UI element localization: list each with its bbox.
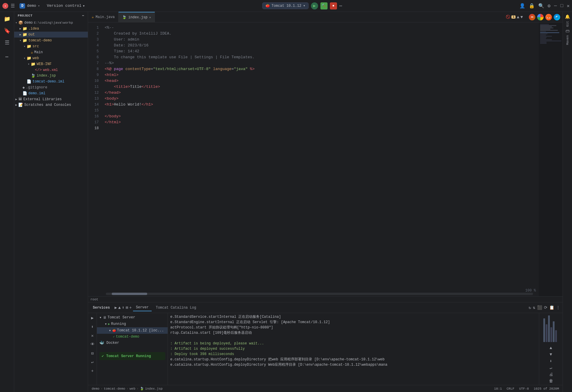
- tree-item-scratches[interactable]: ▶ 📝 Scratches and Consoles: [14, 102, 88, 108]
- notifications-icon[interactable]: 🔔: [565, 14, 570, 19]
- warning-arrow-down[interactable]: ▼: [521, 15, 523, 20]
- bar-2: [546, 324, 547, 342]
- scroll-down-icon[interactable]: ▼: [550, 352, 552, 357]
- tab-main-java[interactable]: ☕ Main.java: [88, 12, 119, 22]
- toolbar-wrap-btn[interactable]: ↩: [89, 359, 96, 366]
- project-tree-icon[interactable]: 📁: [2, 14, 12, 24]
- scroll-to-end-icon[interactable]: ⬇: [550, 359, 552, 364]
- vcs-right-icon[interactable]: Git: [566, 21, 569, 27]
- search-icon[interactable]: 🔍: [538, 3, 544, 9]
- project-name[interactable]: demo: [27, 4, 36, 8]
- tree-item-gitignore[interactable]: ▶ ◆ .gitignore: [14, 85, 88, 90]
- idea-browser-icon[interactable]: IE: [529, 14, 535, 20]
- panel-add-icon[interactable]: +: [129, 305, 132, 310]
- database-icon[interactable]: 🗃: [565, 29, 570, 33]
- service-tomcat-demo[interactable]: ✓ tomcat-demo: [97, 334, 168, 340]
- breadcrumb-tomcat-demo[interactable]: tomcat-demo: [104, 387, 125, 391]
- more-tools-icon[interactable]: ⋯: [2, 52, 12, 61]
- horizontal-scrollbar[interactable]: [106, 293, 533, 295]
- print-icon[interactable]: 🖨: [549, 372, 553, 377]
- panel-tab-server[interactable]: Server: [133, 304, 152, 311]
- tree-item-web[interactable]: ▾ 📁 web: [14, 55, 88, 61]
- panel-deploy-stop-icon[interactable]: ⬛: [537, 305, 542, 310]
- service-running[interactable]: ▾ ▶ Running: [97, 321, 168, 327]
- breadcrumb-file[interactable]: 🍃 index.jsp: [140, 387, 163, 391]
- tree-item-index-jsp[interactable]: ▶ 🍃 index.jsp: [14, 73, 88, 79]
- firefox-browser-icon[interactable]: 🦊: [545, 14, 552, 20]
- panel-sync-icon[interactable]: ⇅: [533, 305, 535, 310]
- soft-wrap-icon[interactable]: ↵: [550, 365, 552, 370]
- toolbar-collapse-btn[interactable]: ⬆: [89, 323, 96, 330]
- sidebar-title: Project: [18, 14, 33, 17]
- clear-icon[interactable]: 🗑: [549, 379, 553, 383]
- tree-item-tomcat-iml[interactable]: ▶ 📄 tomcat-demo.iml: [14, 79, 88, 85]
- tree-label-gitignore: .gitignore: [26, 85, 47, 90]
- tree-item-demo-iml[interactable]: ▶ 📄 demo.iml: [14, 90, 88, 96]
- toolbar-filter-btn[interactable]: ⊟: [89, 350, 96, 357]
- service-tomcat-version[interactable]: ▾ 🍅 Tomcat 10.1.12 [loc...: [97, 327, 168, 334]
- toolbar-close-btn[interactable]: ✕: [89, 332, 96, 339]
- tree-item-src[interactable]: ▾ 📁 src: [14, 43, 88, 49]
- tab-close-icon[interactable]: ✕: [149, 16, 151, 19]
- service-docker[interactable]: 🐳 Docker: [97, 340, 168, 346]
- scroll-up-icon[interactable]: ▲: [550, 346, 552, 350]
- tree-item-idea[interactable]: ▶ 📁 .idea: [14, 26, 88, 32]
- panel-log-icon[interactable]: 📋: [549, 305, 554, 310]
- version-control-menu[interactable]: Version control ▾: [47, 4, 85, 8]
- panel-tab-catalina[interactable]: Tomcat Catalina Log: [153, 304, 199, 311]
- tomcat-config-button[interactable]: 🍅 Tomcat 10.1.12 ▾: [262, 2, 309, 9]
- panel-filter-icon[interactable]: ⊞: [126, 305, 128, 310]
- tree-item-out[interactable]: ▶ 📁 out: [14, 32, 88, 38]
- code-area[interactable]: <%-- Created by IntelliJ IDEA. User: adm…: [102, 22, 539, 296]
- maven-icon[interactable]: Maven: [566, 35, 569, 45]
- chrome-browser-icon[interactable]: [537, 14, 544, 20]
- tree-item-web-xml[interactable]: ▶ </> web.xml: [14, 67, 88, 73]
- maximize-button[interactable]: □: [560, 3, 563, 9]
- run-more-button[interactable]: ⋯: [339, 3, 342, 9]
- status-encoding[interactable]: UTF-8: [519, 387, 529, 391]
- hamburger-menu-icon[interactable]: ☰: [11, 3, 15, 9]
- breadcrumb-demo[interactable]: demo: [92, 387, 99, 391]
- tree-item-main[interactable]: ▶ ☕ Main: [14, 49, 88, 55]
- panel-more-icon[interactable]: ⋮: [556, 305, 560, 310]
- status-position[interactable]: 18:1: [494, 387, 502, 391]
- title-bar-left: ✦ ☰ D demo ▾ Version control ▾: [2, 3, 85, 9]
- profile-icon[interactable]: 👤: [519, 3, 525, 9]
- tree-item-external-libs[interactable]: ▶ 🏛 External Libraries: [14, 96, 88, 102]
- breadcrumb-sep-1: ›: [101, 387, 103, 391]
- project-dropdown-arrow[interactable]: ▾: [38, 4, 40, 8]
- console-line-8: e.catalina.startup.HostConfig.deployDire…: [170, 357, 537, 362]
- warning-arrow-up[interactable]: ▲: [517, 15, 519, 20]
- panel-refresh-icon[interactable]: ↻: [529, 305, 531, 310]
- toolbar-run-btn[interactable]: ▶: [89, 314, 96, 321]
- bookmarks-icon[interactable]: 🔖: [2, 26, 12, 35]
- panel-reload-icon[interactable]: ⟳: [544, 305, 547, 310]
- panel-body: ▶ ⬆ ✕ 👁 ⊟ ↩ + ▾ 🖥 Tomcat Server: [88, 313, 563, 385]
- run-button[interactable]: ▶: [311, 2, 318, 9]
- close-button[interactable]: ✕: [567, 3, 570, 9]
- console-output[interactable]: e.StandardService.startInternal 正在启动服务[C…: [168, 313, 539, 385]
- disable-inspections-icon[interactable]: 🚫: [506, 15, 510, 19]
- code-line-2: Created by IntelliJ IDEA.: [102, 31, 539, 37]
- toolbar-inspect-btn[interactable]: 👁: [89, 341, 96, 348]
- tab-index-jsp[interactable]: 🍃 index.jsp ✕: [119, 12, 155, 22]
- tree-item-web-inf[interactable]: ▾ 📁 WEB-INF: [14, 61, 88, 67]
- service-tomcat-server[interactable]: ▾ 🖥 Tomcat Server: [97, 314, 168, 321]
- tree-label-scratches: Scratches and Consoles: [24, 103, 71, 107]
- sidebar-more-icon[interactable]: ⋯: [82, 14, 84, 17]
- panel-stop-icon[interactable]: ⬆: [122, 305, 124, 310]
- panel-run-icon[interactable]: ▶: [115, 305, 117, 310]
- tree-item-tomcat-demo[interactable]: ▾ 📁 tomcat-demo: [14, 38, 88, 43]
- structure-icon[interactable]: ☰: [2, 38, 12, 47]
- settings-icon[interactable]: ⚙: [548, 3, 551, 9]
- breadcrumb-web[interactable]: web: [129, 387, 135, 391]
- vcs-icon[interactable]: 🔒: [529, 3, 535, 9]
- edge-browser-icon[interactable]: 🌊: [554, 14, 560, 20]
- stop-button[interactable]: ■: [330, 2, 337, 9]
- status-crlf[interactable]: CRLF: [507, 387, 514, 391]
- panel-stop-up-icon[interactable]: ▲: [118, 305, 121, 310]
- build-button[interactable]: 🔨: [320, 2, 328, 9]
- minimize-button[interactable]: —: [554, 3, 557, 9]
- toolbar-add-btn[interactable]: +: [89, 367, 96, 375]
- tree-item-demo-root[interactable]: ▾ 📦 demo E:\coding\java\workp: [14, 20, 88, 26]
